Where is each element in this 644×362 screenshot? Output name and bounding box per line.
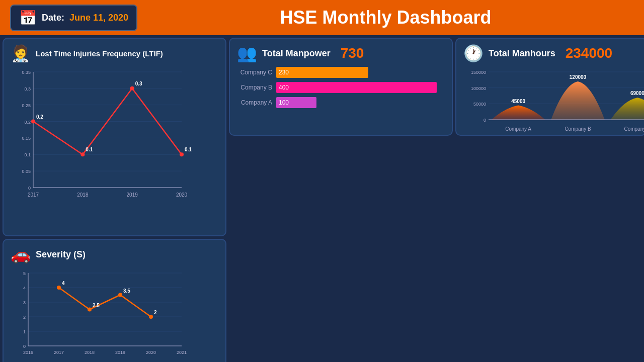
bar-value: 400 (279, 84, 289, 91)
ltif-chart: 00.050.10.150.20.250.30.3520172018201920… (11, 67, 218, 208)
svg-text:0.15: 0.15 (22, 136, 31, 141)
manpower-bar-row: Company C 230 (237, 67, 445, 78)
svg-text:1: 1 (23, 329, 26, 334)
severity-card: 🚗 Severity (S) 0123452016201720182019202… (3, 239, 226, 362)
svg-text:2017: 2017 (54, 350, 64, 355)
svg-text:2017: 2017 (28, 192, 39, 198)
bar-value: 100 (279, 99, 289, 106)
bar-fill: 100 (276, 97, 316, 108)
svg-text:2021: 2021 (177, 350, 187, 355)
svg-text:69000: 69000 (630, 90, 644, 96)
main-grid: 👥 Total Manpower 730 Company C 230 Compa… (0, 35, 644, 362)
manhours-icon: 🕐 (463, 44, 484, 63)
svg-text:0.1: 0.1 (185, 147, 192, 152)
svg-text:0.3: 0.3 (135, 81, 142, 86)
svg-text:2.5: 2.5 (93, 303, 100, 308)
bar-container: 400 (276, 82, 445, 93)
svg-point-140 (88, 308, 92, 312)
svg-text:0: 0 (28, 186, 31, 191)
bar-label: Company C (237, 69, 272, 76)
manpower-chart: Company C 230 Company B 400 Company A 10… (237, 67, 445, 108)
svg-text:2018: 2018 (77, 192, 89, 198)
svg-text:3.5: 3.5 (123, 288, 130, 294)
severity-header: 🚗 Severity (S) (11, 245, 218, 264)
ltif-title: Lost Time Injuries Frequency (LTIF) (36, 49, 163, 58)
severity-svg: 01234520162017201820192020202142.53.52 (11, 268, 192, 361)
header: 📅 Date: June 11, 2020 HSE Monthly Dashbo… (0, 0, 644, 35)
date-box: 📅 Date: June 11, 2020 (10, 5, 137, 31)
svg-text:0: 0 (23, 344, 26, 349)
manpower-bar-row: Company B 400 (237, 82, 445, 93)
manhours-header: 🕐 Total Manhours 234000 (463, 44, 638, 63)
bar-container: 230 (276, 67, 445, 78)
manpower-icon: 👥 (237, 44, 257, 63)
svg-text:150000: 150000 (471, 70, 486, 75)
manpower-title: Total Manpower (262, 48, 331, 59)
ltif-card: 🧑‍⚕️ Lost Time Injuries Frequency (LTIF)… (3, 38, 226, 236)
svg-text:2019: 2019 (115, 350, 125, 355)
manhours-card: 🕐 Total Manhours 234000 0500001000001500… (455, 38, 644, 136)
manhours-svg: 050000100000150000 45000Company A 120000… (463, 67, 644, 132)
manpower-value: 730 (341, 45, 364, 61)
ltif-header: 🧑‍⚕️ Lost Time Injuries Frequency (LTIF) (11, 44, 218, 63)
date-label: Date: (42, 13, 64, 23)
page-title: HSE Monthly Dashboard (137, 7, 634, 28)
svg-point-138 (57, 286, 61, 290)
severity-icon: 🚗 (11, 245, 31, 264)
svg-text:4: 4 (62, 281, 65, 286)
svg-point-43 (180, 152, 184, 156)
svg-text:4: 4 (23, 286, 26, 291)
calendar-icon: 📅 (19, 10, 37, 26)
svg-text:2019: 2019 (127, 192, 138, 198)
svg-text:2020: 2020 (176, 192, 188, 198)
bar-fill: 230 (276, 67, 368, 78)
svg-text:2018: 2018 (85, 350, 95, 355)
svg-text:100000: 100000 (471, 86, 486, 91)
manhours-value: 234000 (566, 45, 612, 61)
svg-text:0.3: 0.3 (24, 86, 31, 92)
svg-text:120000: 120000 (570, 74, 587, 80)
bar-fill: 400 (276, 82, 437, 93)
svg-text:45000: 45000 (511, 99, 525, 104)
svg-text:2: 2 (154, 310, 157, 315)
svg-point-144 (149, 315, 153, 319)
date-value: June 11, 2020 (69, 13, 128, 23)
bar-label: Company B (237, 84, 272, 91)
svg-text:Company B: Company B (565, 126, 591, 132)
svg-text:0.2: 0.2 (24, 120, 31, 125)
bar-container: 100 (276, 97, 445, 108)
svg-text:3: 3 (23, 300, 26, 305)
svg-text:0: 0 (484, 118, 486, 123)
severity-chart: 01234520162017201820192020202142.53.52 (11, 268, 218, 361)
svg-text:2020: 2020 (146, 350, 156, 355)
svg-text:Company A: Company A (505, 126, 531, 132)
bar-label: Company A (237, 99, 272, 106)
svg-point-37 (31, 120, 35, 124)
ltif-svg: 00.050.10.150.20.250.30.3520172018201920… (11, 67, 192, 208)
svg-point-41 (130, 86, 134, 90)
svg-text:Company C: Company C (624, 126, 644, 132)
svg-text:2016: 2016 (23, 350, 33, 355)
manhours-title: Total Manhours (489, 48, 555, 59)
svg-text:0.35: 0.35 (22, 70, 31, 75)
svg-point-142 (118, 293, 122, 297)
svg-text:2: 2 (23, 315, 26, 320)
ltif-icon: 🧑‍⚕️ (11, 44, 31, 63)
svg-text:50000: 50000 (473, 102, 486, 107)
svg-text:0.05: 0.05 (22, 169, 31, 174)
svg-text:0.1: 0.1 (24, 152, 31, 157)
svg-text:0.2: 0.2 (36, 114, 43, 120)
svg-text:0.1: 0.1 (86, 147, 93, 152)
svg-text:5: 5 (23, 271, 26, 276)
manpower-card: 👥 Total Manpower 730 Company C 230 Compa… (229, 38, 453, 136)
manhours-chart: 050000100000150000 45000Company A 120000… (463, 67, 638, 132)
severity-title: Severity (S) (36, 249, 86, 260)
manpower-bar-row: Company A 100 (237, 97, 445, 108)
svg-text:0.25: 0.25 (22, 103, 31, 108)
manpower-header: 👥 Total Manpower 730 (237, 44, 445, 63)
bar-value: 230 (279, 69, 289, 76)
svg-point-39 (80, 152, 85, 156)
